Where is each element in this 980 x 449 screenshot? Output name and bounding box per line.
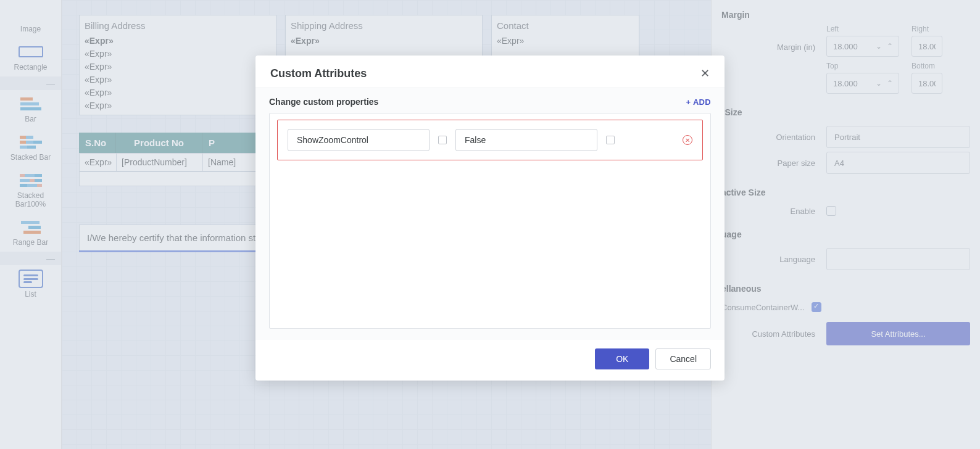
attribute-row: ✕ — [277, 120, 703, 160]
custom-attributes-dialog: Custom Attributes ✕ Change custom proper… — [255, 56, 725, 381]
attribute-value-checkbox[interactable] — [606, 136, 615, 144]
modal-overlay: Custom Attributes ✕ Change custom proper… — [0, 0, 980, 449]
ok-button[interactable]: OK — [595, 348, 649, 369]
attribute-key-checkbox[interactable] — [438, 136, 447, 144]
close-icon[interactable]: ✕ — [700, 67, 710, 80]
dialog-subtitle: Change custom properties — [269, 97, 378, 107]
attributes-list: ✕ — [269, 113, 711, 329]
attribute-key-input[interactable] — [288, 129, 430, 151]
add-attribute-button[interactable]: + ADD — [686, 97, 711, 107]
dialog-title: Custom Attributes — [270, 67, 367, 80]
cancel-button[interactable]: Cancel — [655, 348, 711, 369]
delete-attribute-icon[interactable]: ✕ — [683, 135, 692, 145]
attribute-value-input[interactable] — [455, 129, 597, 151]
